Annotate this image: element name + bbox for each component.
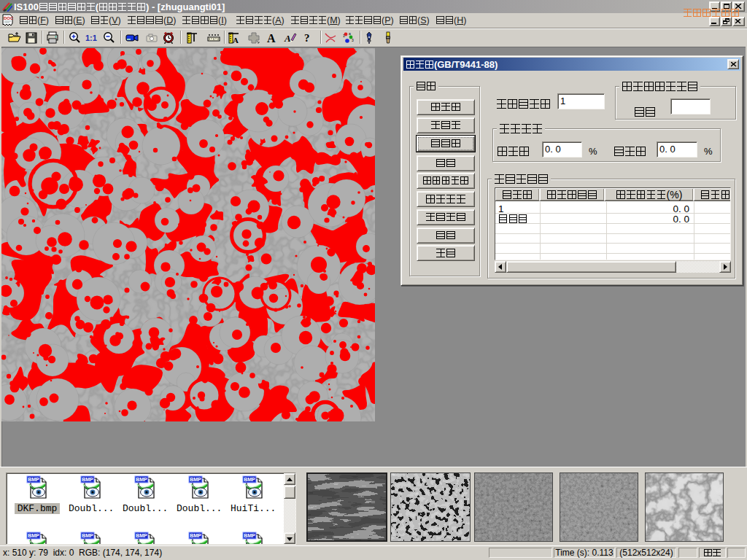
svg-text:1:1: 1:1 (85, 34, 97, 42)
svg-text:A: A (267, 32, 276, 44)
svg-text:A: A (284, 33, 291, 44)
svg-text:DOC: DOC (4, 16, 13, 20)
svg-text:3: 3 (352, 38, 354, 42)
svg-text:A: A (233, 36, 239, 44)
svg-text:a: a (349, 31, 351, 36)
svg-text:1: 1 (343, 34, 345, 38)
svg-text:?: ? (304, 32, 310, 44)
